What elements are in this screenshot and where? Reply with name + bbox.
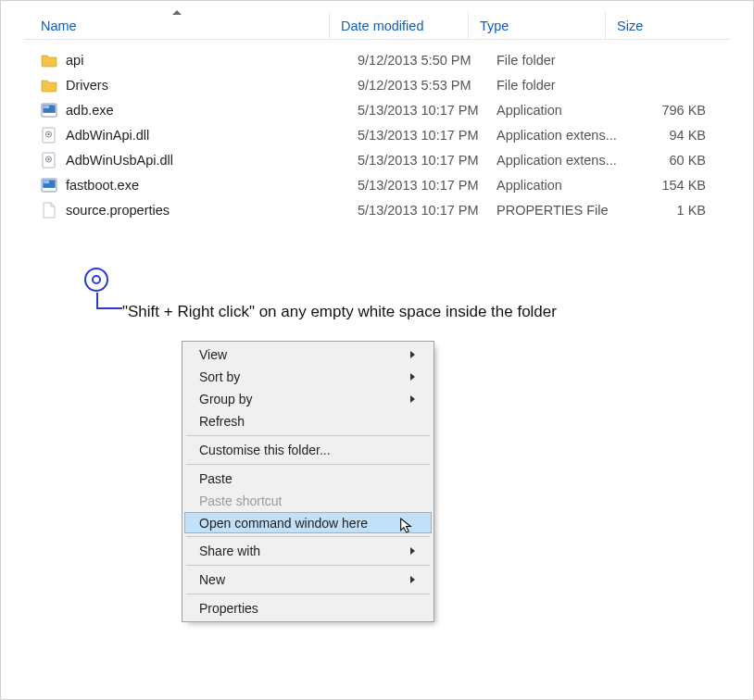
file-type: Application — [485, 103, 622, 118]
file-size: 94 KB — [622, 128, 715, 143]
menu-item-sort-by[interactable]: Sort by — [184, 366, 432, 388]
menu-item-label: Properties — [199, 601, 415, 616]
column-headers: Name Date modified Type Size — [24, 12, 730, 40]
file-type: File folder — [485, 78, 622, 93]
menu-separator — [186, 565, 430, 566]
menu-item-label: Open command window here — [199, 516, 415, 531]
menu-item-customise-this-folder[interactable]: Customise this folder... — [184, 439, 432, 461]
file-size: 796 KB — [622, 103, 715, 118]
menu-item-open-command-window-here[interactable]: Open command window here — [184, 512, 432, 533]
menu-item-group-by[interactable]: Group by — [184, 388, 432, 410]
column-header-name-label: Name — [41, 19, 77, 33]
menu-item-label: Share with — [199, 544, 410, 558]
menu-item-paste-shortcut: Paste shortcut — [184, 490, 432, 512]
menu-item-label: New — [199, 572, 410, 587]
file-size: 1 KB — [622, 203, 715, 218]
file-name: Drivers — [66, 78, 108, 93]
menu-item-label: Customise this folder... — [199, 443, 415, 457]
file-name: AdbWinUsbApi.dll — [66, 153, 173, 168]
column-header-size[interactable]: Size — [606, 12, 698, 39]
file-type: File folder — [485, 53, 622, 68]
cursor-icon — [399, 518, 414, 534]
file-row[interactable]: adb.exe5/13/2013 10:17 PMApplication796 … — [24, 97, 730, 122]
file-date: 5/13/2013 10:17 PM — [346, 103, 485, 118]
column-header-name[interactable]: Name — [24, 12, 330, 39]
menu-item-share-with[interactable]: Share with — [184, 540, 432, 562]
file-row[interactable]: AdbWinApi.dll5/13/2013 10:17 PMApplicati… — [24, 122, 730, 147]
file-row[interactable]: fastboot.exe5/13/2013 10:17 PMApplicatio… — [24, 172, 730, 197]
file-row[interactable]: api9/12/2013 5:50 PMFile folder — [24, 47, 730, 72]
file-row[interactable]: source.properties5/13/2013 10:17 PMPROPE… — [24, 197, 730, 222]
file-row[interactable]: Drivers9/12/2013 5:53 PMFile folder — [24, 72, 730, 97]
submenu-arrow-icon — [410, 576, 415, 583]
file-date: 9/12/2013 5:50 PM — [346, 53, 485, 68]
dll-icon — [41, 152, 57, 169]
submenu-arrow-icon — [410, 395, 415, 403]
file-name: api — [66, 53, 83, 68]
menu-item-label: Sort by — [199, 369, 410, 384]
sort-ascending-icon — [172, 10, 182, 15]
menu-item-properties[interactable]: Properties — [184, 597, 432, 619]
file-type: PROPERTIES File — [485, 203, 622, 218]
context-menu: ViewSort byGroup byRefreshCustomise this… — [182, 341, 434, 622]
folder-icon — [41, 52, 57, 69]
menu-item-label: Group by — [199, 392, 410, 406]
menu-item-label: Paste shortcut — [199, 494, 415, 508]
click-indicator-icon — [69, 262, 124, 318]
submenu-arrow-icon — [410, 547, 415, 555]
menu-item-view[interactable]: View — [184, 344, 432, 366]
file-icon — [41, 202, 57, 219]
file-name: fastboot.exe — [66, 178, 139, 193]
menu-item-paste[interactable]: Paste — [184, 468, 432, 490]
folder-icon — [41, 77, 57, 94]
menu-item-label: Refresh — [199, 414, 415, 429]
file-type: Application — [485, 178, 622, 193]
file-name: source.properties — [66, 203, 170, 218]
file-name: adb.exe — [66, 103, 114, 118]
file-date: 5/13/2013 10:17 PM — [346, 153, 485, 168]
file-type: Application extens... — [485, 153, 622, 168]
annotation-text: "Shift + Right click" on any empty white… — [122, 303, 557, 321]
file-list[interactable]: api9/12/2013 5:50 PMFile folderDrivers9/… — [24, 47, 730, 222]
submenu-arrow-icon — [410, 351, 415, 358]
file-type: Application extens... — [485, 128, 622, 143]
file-row[interactable]: AdbWinUsbApi.dll5/13/2013 10:17 PMApplic… — [24, 147, 730, 172]
file-size: 60 KB — [622, 153, 715, 168]
column-header-size-label: Size — [617, 19, 643, 33]
file-date: 5/13/2013 10:17 PM — [346, 203, 485, 218]
menu-separator — [186, 464, 430, 465]
menu-separator — [186, 435, 430, 436]
exe-icon — [41, 177, 57, 194]
menu-item-label: Paste — [199, 471, 415, 486]
menu-item-refresh[interactable]: Refresh — [184, 410, 432, 432]
dll-icon — [41, 127, 57, 144]
file-date: 5/13/2013 10:17 PM — [346, 178, 485, 193]
submenu-arrow-icon — [410, 373, 415, 381]
file-date: 5/13/2013 10:17 PM — [346, 128, 485, 143]
column-header-date[interactable]: Date modified — [330, 12, 469, 39]
menu-item-new[interactable]: New — [184, 569, 432, 591]
file-name: AdbWinApi.dll — [66, 128, 149, 143]
column-header-type[interactable]: Type — [469, 12, 606, 39]
column-header-date-label: Date modified — [341, 19, 423, 33]
file-date: 9/12/2013 5:53 PM — [346, 78, 485, 93]
column-header-type-label: Type — [480, 19, 509, 33]
file-size: 154 KB — [622, 178, 715, 193]
menu-separator — [186, 594, 430, 594]
menu-item-label: View — [199, 347, 410, 362]
menu-separator — [186, 536, 430, 537]
exe-icon — [41, 102, 57, 119]
